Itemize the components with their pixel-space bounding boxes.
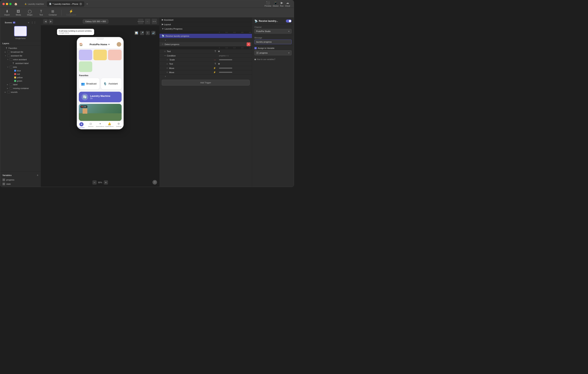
receive-toggle[interactable]	[286, 20, 292, 22]
mic-icon[interactable]: 🎤	[140, 31, 144, 35]
phone-tab-automations[interactable]: ✦ Automations	[95, 122, 105, 128]
tab-active-file[interactable]: 📄 * Laundry machine – Phone ✕	[47, 1, 84, 7]
scenes-add-button[interactable]: +	[28, 21, 29, 24]
main-area: Scenes 1 + ⋮⋮ Google home Lay	[0, 18, 294, 187]
zoom-in-button[interactable]: +	[104, 180, 108, 184]
phone-tab-notifications[interactable]: 🔔 Notifications	[105, 122, 114, 128]
mic2-icon[interactable]: 🎙	[146, 31, 150, 35]
variable-dropdown[interactable]: ✕ progress ▼	[254, 50, 292, 55]
traffic-lights	[2, 3, 11, 5]
device-button[interactable]: 📱 Device	[273, 1, 279, 7]
maximize-button[interactable]	[9, 3, 11, 5]
phone-fav-assistant[interactable]: 🎙️ Assistant	[101, 78, 122, 89]
timeline-header-row: 0 0.2 0.4 0.6 0.8	[159, 31, 252, 34]
layer-label: sounds	[11, 91, 17, 93]
help-button[interactable]: ?	[152, 180, 157, 184]
assign-label: Assign to Variable	[258, 47, 274, 49]
device-selector[interactable]: Galaxy S20 360 × 800	[83, 19, 108, 23]
canvas-tool-2[interactable]: ↔	[145, 19, 150, 24]
canvas-tool-3[interactable]: ⟷	[152, 19, 157, 24]
layer-red[interactable]: red	[0, 72, 41, 76]
run-button[interactable]: ▶ Run	[280, 1, 284, 7]
layer-blue[interactable]: blue	[0, 69, 41, 72]
layer-broadcast-tile[interactable]: ▶ broadcast tile	[0, 50, 41, 54]
home-button[interactable]: 🏠	[13, 1, 18, 7]
nav-back-button[interactable]: ◀	[43, 19, 48, 24]
tab-laundry-machine[interactable]: 🔒 Laundry machine	[22, 1, 46, 7]
variable-state[interactable]: ✕ state	[0, 182, 41, 186]
assign-checkbox[interactable]: ✓	[254, 47, 257, 49]
layer-label: voice assistant	[13, 58, 27, 61]
layer-dots[interactable]: ▼ dots	[0, 65, 41, 69]
scale-timeline	[218, 58, 252, 62]
tile-green[interactable]	[79, 61, 92, 72]
scale-icon: ↔	[166, 59, 168, 61]
receive-trigger-row[interactable]: 📡 Receive laundry progress	[159, 34, 252, 38]
phone-tab-favorites[interactable]: ♥ Favorites	[77, 122, 86, 128]
scenes-options-button[interactable]: ⋮⋮	[31, 21, 36, 24]
tile-pink[interactable]	[108, 50, 121, 60]
variable-dropdown-icon: ✕	[256, 52, 259, 54]
scale-label: Scale	[169, 59, 175, 61]
phone-tab-devices[interactable]: ⊡ Devices	[86, 122, 95, 128]
audio-icon[interactable]: 📊	[134, 31, 138, 35]
variable-progress[interactable]: ✕ progress	[0, 178, 41, 182]
layers-section[interactable]: T Favorites ▶ broadcast tile ▼ assistant…	[0, 45, 41, 171]
mic3-icon[interactable]: 🔊	[151, 31, 156, 35]
phone-tab-settings[interactable]: ⚙ Settings	[114, 122, 123, 128]
text2-response-row[interactable]: ⊹ Text T	[159, 62, 252, 66]
cloud-button[interactable]: ☁ Cloud	[285, 1, 290, 7]
import-tool[interactable]: ⬇ Import	[3, 9, 11, 16]
layer-green[interactable]: green	[0, 79, 41, 83]
phone-device-card[interactable]: 🔄 Laundry Machine On	[79, 92, 122, 102]
minimize-button[interactable]	[6, 3, 8, 5]
layer-label-group[interactable]: ▶ label	[0, 83, 41, 86]
plus-icon2: +	[165, 75, 166, 77]
nav-forward-button[interactable]: ▶	[49, 19, 53, 24]
scene-thumbnail[interactable]	[14, 26, 27, 36]
phone-fav-broadcast[interactable]: 👥 Broadcast	[79, 78, 99, 89]
scene-thumb-inner	[14, 26, 27, 36]
shape-tool[interactable]: ◯ Shape	[26, 9, 33, 16]
scenes-count: 1	[13, 21, 15, 23]
detect-add-response[interactable]: +	[159, 75, 252, 78]
move1-response-row[interactable]: ⊹ Move ⚡	[159, 66, 252, 70]
phone-camera[interactable]: Live	[79, 104, 122, 121]
detect-trigger-close[interactable]: ✕	[247, 43, 251, 46]
message-input[interactable]: laundry progress	[254, 40, 292, 44]
layer-assistant-tile[interactable]: ▼ assistant tile	[0, 54, 41, 58]
phone-header: 🏠 ProtoPie Home ▼	[77, 41, 124, 48]
move2-response-row[interactable]: ⊹ Move ⚡	[159, 70, 252, 75]
top-right-tools: ⬛ Preview 📱 Device ▶ Run ☁ Cloud	[263, 1, 292, 7]
layer-yellow[interactable]: yellow	[0, 76, 41, 79]
tab-close-button[interactable]: ✕	[79, 3, 82, 5]
add-trigger-button[interactable]: Add Trigger	[162, 80, 250, 85]
layer-moving-container[interactable]: ▶ moving container	[0, 86, 41, 90]
text-response-row[interactable]: ⊹ Text T	[159, 49, 252, 53]
preview-button[interactable]: ⬛ Preview	[264, 1, 271, 7]
layer-assistant-label[interactable]: T assistant label	[0, 61, 41, 65]
variables-add-button[interactable]: +	[37, 173, 38, 177]
device-label: Device	[273, 5, 279, 7]
container-tool[interactable]: ⊞ Container	[49, 9, 57, 16]
tile-purple[interactable]	[79, 50, 92, 60]
close-button[interactable]	[2, 3, 5, 5]
condition-row[interactable]: ⊸ Condition progress = 1	[159, 53, 252, 58]
scale-response-row[interactable]: ↔ Scale —	[159, 58, 252, 62]
canvas-tool-1[interactable]: ⟵⟶	[138, 19, 143, 24]
layer-label: label	[13, 83, 17, 86]
receive-add-response[interactable]: +	[159, 38, 252, 42]
tile-yellow[interactable]	[93, 50, 107, 60]
phone-body[interactable]: 🏠 ProtoPie Home ▼	[77, 41, 124, 129]
layer-sounds[interactable]: ▶ sounds	[0, 90, 41, 94]
help-variables-link[interactable]: ? How to use variables?	[252, 57, 294, 62]
layer-voice-assistant[interactable]: ▼ voice assistant	[0, 58, 41, 61]
layer-favorites[interactable]: T Favorites	[0, 46, 41, 50]
zoom-out-button[interactable]: −	[92, 180, 96, 184]
component-tool[interactable]: ⚡ Component	[66, 9, 76, 16]
media-tool[interactable]: 🖼 Media	[15, 10, 22, 16]
assistant-icon: 🎙️	[103, 82, 107, 86]
tab-add-button[interactable]: +	[85, 2, 89, 6]
channel-input[interactable]: ProtoPie Studio ▼	[254, 29, 292, 33]
text-tool[interactable]: T Text	[37, 10, 45, 16]
